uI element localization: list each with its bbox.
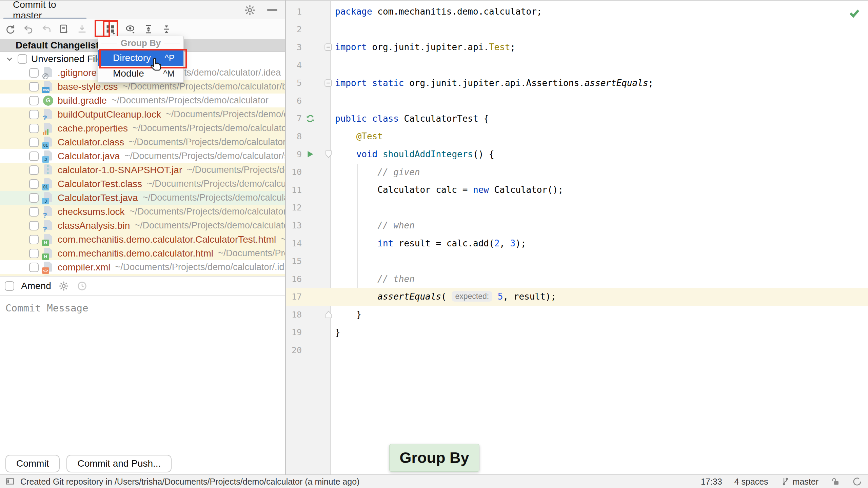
amend-checkbox[interactable] — [5, 281, 14, 291]
file-checkbox[interactable] — [29, 138, 39, 147]
file-row[interactable]: JCalculator.java~/Documents/Projects/dem… — [0, 149, 285, 163]
code-text[interactable]: // then — [333, 274, 415, 284]
code-text[interactable]: // when — [333, 220, 415, 230]
toolwindow-toggle-icon[interactable] — [5, 477, 15, 486]
file-row[interactable]: Hcom.mechanitis.demo.calculator.Calculat… — [0, 232, 285, 246]
file-row[interactable]: 01Calculator.class~/Documents/Projects/d… — [0, 135, 285, 149]
file-row[interactable]: ?classAnalysis.bin~/Documents/Projects/d… — [0, 219, 285, 232]
code-editor[interactable]: 1package com.mechanitis.demo.calculator;… — [286, 0, 868, 474]
minimize-icon[interactable] — [266, 4, 278, 16]
file-row[interactable]: ? — [0, 274, 285, 276]
file-row[interactable]: Hcom.mechanitis.demo.calculator.html~/Do… — [0, 246, 285, 260]
file-checkbox[interactable] — [29, 193, 39, 203]
code-text[interactable]: int result = calc.add(2, 3); — [333, 238, 526, 248]
file-row[interactable]: cache.properties~/Documents/Projects/dem… — [0, 121, 285, 135]
file-checkbox[interactable] — [29, 249, 39, 258]
status-time[interactable]: 17:33 — [701, 477, 722, 487]
fold-marker-icon[interactable] — [319, 43, 333, 51]
tab-commit-to-master[interactable]: Commit to master — [3, 1, 86, 19]
expand-all-icon[interactable] — [143, 23, 154, 35]
file-row[interactable]: JCalculatorTest.java~/Documents/Projects… — [0, 191, 285, 205]
code-text[interactable]: package com.mechanitis.demo.calculator; — [333, 6, 542, 17]
commit-and-push-button[interactable]: Commit and Push... — [66, 455, 172, 472]
commit-message-editor[interactable]: Commit Message — [0, 296, 285, 453]
file-row[interactable]: ?buildOutputCleanup.lock~/Documents/Proj… — [0, 107, 285, 121]
code-text[interactable]: import org.junit.jupiter.api.Test; — [333, 42, 515, 52]
line-number: 6 — [286, 96, 302, 106]
gear-icon[interactable] — [244, 4, 256, 16]
file-name: build.gradle — [58, 95, 107, 106]
file-row[interactable]: <>compiler.xml~/Documents/Projects/demo/… — [0, 260, 285, 274]
file-path: ~/Documents/Projects/demo/calculato — [135, 220, 285, 231]
file-row[interactable]: calculator-1.0-SNAPSHOT.jar~/Documents/P… — [0, 163, 285, 177]
tree-node-label: Unversioned Files — [31, 54, 107, 64]
file-checkbox[interactable] — [29, 68, 39, 78]
git-branch-widget[interactable]: master — [781, 477, 818, 487]
gear-icon[interactable] — [58, 280, 70, 292]
menu-shortcut: ^P — [164, 53, 175, 63]
file-checkbox[interactable] — [29, 110, 39, 119]
line-number: 20 — [286, 345, 302, 355]
file-checkbox[interactable] — [29, 179, 39, 189]
unlock-icon[interactable] — [831, 477, 840, 486]
file-row[interactable]: Gbuild.gradle~/Documents/Projects/demo/c… — [0, 94, 285, 107]
file-checkbox[interactable] — [29, 165, 39, 175]
group-by-icon[interactable] — [103, 20, 118, 38]
file-checkbox[interactable] — [29, 82, 39, 92]
commit-button[interactable]: Commit — [5, 455, 60, 472]
preview-diff-icon[interactable] — [125, 23, 136, 35]
file-checkbox[interactable] — [29, 263, 39, 272]
changelist-icon[interactable] — [58, 23, 70, 35]
fold-marker-icon[interactable] — [319, 310, 333, 319]
menu-title: Group By — [121, 38, 161, 48]
file-checkbox[interactable] — [29, 96, 39, 105]
menu-item-directory[interactable]: Directory ^P — [98, 50, 183, 66]
file-name: Calculator.java — [58, 151, 120, 162]
line-number: 11 — [286, 185, 302, 195]
inspections-ok-icon[interactable] — [848, 7, 861, 19]
run-class-icon[interactable] — [302, 114, 319, 123]
file-checkbox[interactable] — [29, 221, 39, 230]
code-text[interactable]: } — [333, 309, 361, 320]
chevron-down-icon[interactable] — [5, 55, 14, 63]
code-line: 3import org.junit.jupiter.api.Test; — [286, 38, 868, 56]
history-clock-icon[interactable] — [76, 280, 88, 292]
status-indent-info[interactable]: 4 spaces — [734, 477, 768, 487]
code-text[interactable]: Calculator calc = new Calculator(); — [333, 185, 563, 195]
file-name: CalculatorTest.class — [58, 179, 142, 189]
run-test-icon[interactable] — [302, 150, 319, 159]
shelve-icon[interactable] — [76, 23, 88, 35]
code-text[interactable]: public class CalculatorTest { — [333, 114, 489, 124]
file-checkbox[interactable] — [29, 124, 39, 133]
rollback-icon[interactable] — [40, 23, 52, 35]
code-line: 1package com.mechanitis.demo.calculator; — [286, 3, 868, 21]
undo-icon[interactable] — [22, 23, 34, 35]
code-text[interactable]: // given — [333, 167, 420, 177]
menu-header: Group By — [98, 36, 183, 50]
notifications-icon[interactable] — [852, 477, 862, 486]
collapse-all-icon[interactable] — [161, 23, 172, 35]
line-number: 5 — [286, 78, 302, 88]
file-checkbox[interactable] — [29, 151, 39, 161]
code-lines: 1package com.mechanitis.demo.calculator;… — [286, 3, 868, 359]
file-name: Calculator.class — [58, 137, 124, 148]
class-file-icon: 01 — [42, 178, 54, 190]
code-text[interactable]: import static org.junit.jupiter.api.Asse… — [333, 78, 653, 88]
file-row[interactable]: 01CalculatorTest.class~/Documents/Projec… — [0, 177, 285, 191]
status-message[interactable]: Created Git repository in /Users/trisha/… — [20, 477, 359, 487]
menu-item-module[interactable]: Module ^M — [98, 66, 183, 81]
code-text[interactable]: assertEquals( expected: 5, result); — [333, 291, 556, 302]
fold-marker-icon[interactable] — [319, 150, 333, 159]
code-line: 16 // then — [286, 270, 868, 288]
code-line: 15 — [286, 252, 868, 270]
file-row[interactable]: ?checksums.lock~/Documents/Projects/demo… — [0, 205, 285, 219]
code-text[interactable]: void shouldAddIntegers() { — [333, 149, 494, 159]
unversioned-files-checkbox[interactable] — [18, 54, 27, 64]
file-tree[interactable]: Unversioned Files .gitignore~/Documents/… — [0, 52, 285, 276]
fold-marker-icon[interactable] — [319, 79, 333, 87]
file-checkbox[interactable] — [29, 207, 39, 217]
code-text[interactable]: @Test — [333, 131, 383, 141]
file-checkbox[interactable] — [29, 235, 39, 244]
code-text[interactable]: } — [333, 327, 340, 338]
refresh-icon[interactable] — [4, 23, 16, 35]
